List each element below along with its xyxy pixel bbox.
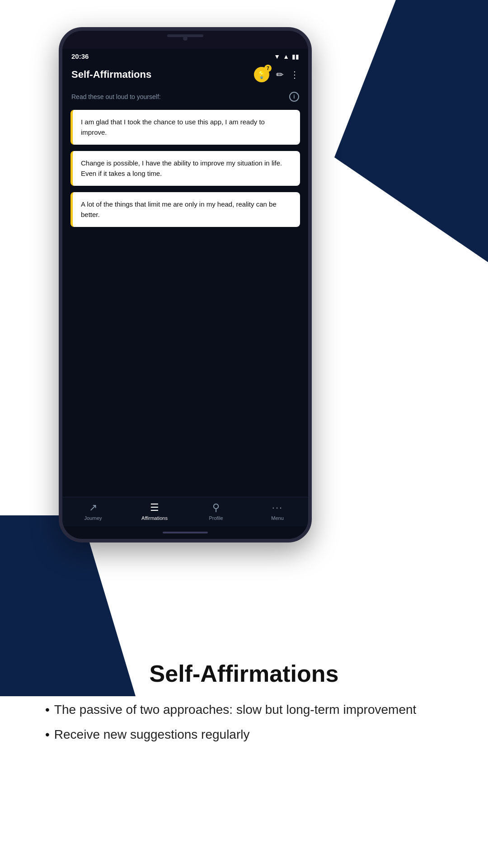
bullet-text-2: Receive new suggestions regularly: [54, 726, 250, 743]
wifi-icon: ▼: [274, 53, 280, 60]
instruction-text: Read these out loud to yourself:: [71, 93, 161, 100]
affirmation-card-2[interactable]: Change is possible, I have the ability t…: [70, 151, 300, 186]
status-bar: 20:36 ▼ ▲ ▮▮: [62, 49, 308, 62]
battery-icon: ▮▮: [292, 53, 299, 60]
phone-screen: 20:36 ▼ ▲ ▮▮ Self-Affirmations 💡 7 ✏ ⋮ R…: [62, 49, 308, 539]
bullet-dot-1: •: [45, 701, 50, 718]
more-options-button[interactable]: ⋮: [290, 69, 299, 80]
journey-label: Journey: [84, 515, 102, 521]
affirmation-card-3[interactable]: A lot of the things that limit me are on…: [70, 192, 300, 227]
affirmations-list: I am glad that I took the chance to use …: [62, 105, 308, 497]
signal-icon: ▲: [283, 53, 289, 60]
home-bar: [163, 532, 208, 533]
instruction-bar: Read these out loud to yourself: i: [62, 88, 308, 105]
phone-mockup: 20:36 ▼ ▲ ▮▮ Self-Affirmations 💡 7 ✏ ⋮ R…: [59, 27, 312, 542]
edit-button[interactable]: ✏: [276, 69, 284, 80]
app-header: Self-Affirmations 💡 7 ✏ ⋮: [62, 62, 308, 88]
profile-icon: ⚲: [212, 502, 220, 514]
affirmation-text-1: I am glad that I took the chance to use …: [81, 118, 265, 136]
volume-button: [309, 121, 312, 144]
info-button[interactable]: i: [289, 92, 299, 102]
promo-title: Self-Affirmations: [150, 660, 339, 687]
header-actions: 💡 7 ✏ ⋮: [253, 66, 299, 83]
nav-item-menu[interactable]: ··· Menu: [247, 502, 308, 521]
journey-icon: ↗: [89, 502, 97, 514]
status-time: 20:36: [71, 52, 89, 60]
bottom-navigation: ↗ Journey ☰ Affirmations ⚲ Profile ··· M…: [62, 497, 308, 526]
bullet-dot-2: •: [45, 726, 50, 743]
promo-section: Self-Affirmations • The passive of two a…: [0, 642, 488, 868]
badge-count: 7: [264, 65, 272, 72]
affirmation-text-2: Change is possible, I have the ability t…: [81, 159, 282, 177]
bulb-button[interactable]: 💡 7: [253, 66, 270, 83]
camera-dot: [183, 36, 188, 41]
phone-top-bar: [62, 31, 308, 49]
bullet-text-1: The passive of two approaches: slow but …: [54, 701, 417, 718]
nav-item-affirmations[interactable]: ☰ Affirmations: [124, 502, 185, 521]
status-icons: ▼ ▲ ▮▮: [274, 53, 299, 60]
profile-label: Profile: [209, 515, 223, 521]
promo-bullet-1: • The passive of two approaches: slow bu…: [45, 701, 443, 718]
menu-label: Menu: [271, 515, 284, 521]
home-indicator: [62, 526, 308, 539]
affirmations-label: Affirmations: [141, 515, 168, 521]
nav-item-journey[interactable]: ↗ Journey: [62, 502, 124, 521]
bg-decoration-top-right: [334, 0, 488, 262]
app-title: Self-Affirmations: [71, 69, 151, 80]
promo-bullet-2: • Receive new suggestions regularly: [45, 726, 443, 743]
affirmation-card-1[interactable]: I am glad that I took the chance to use …: [70, 110, 300, 145]
nav-item-profile[interactable]: ⚲ Profile: [185, 502, 247, 521]
affirmations-icon: ☰: [150, 502, 159, 514]
menu-icon: ···: [272, 502, 283, 514]
affirmation-text-3: A lot of the things that limit me are on…: [81, 200, 277, 218]
